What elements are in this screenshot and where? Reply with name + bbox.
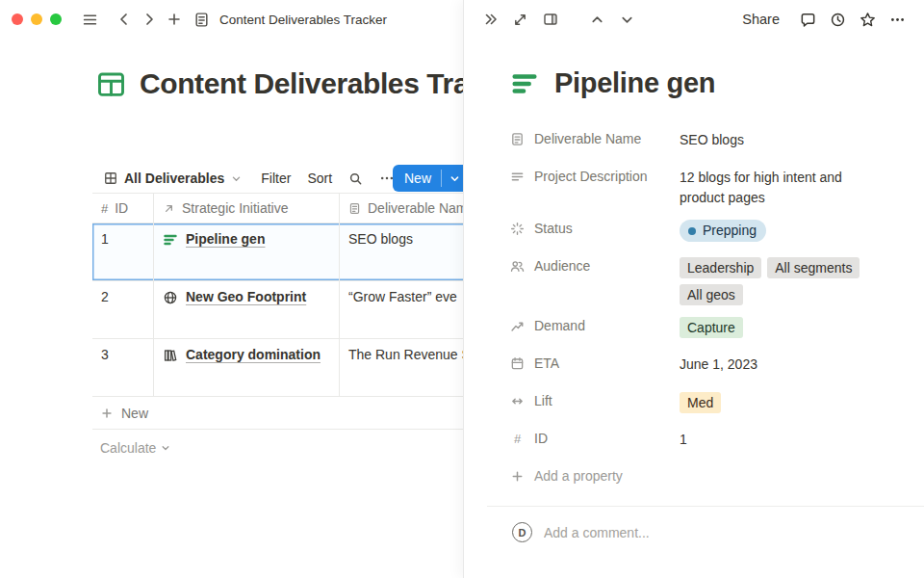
cell-initiative[interactable]: Pipeline gen: [153, 223, 340, 280]
record-title[interactable]: Pipeline gen: [554, 67, 715, 99]
comment-input[interactable]: [544, 525, 794, 540]
property-row-project-description: Project Description 12 blogs for high in…: [510, 160, 870, 212]
add-row-button[interactable]: New: [92, 397, 463, 430]
calculate-label: Calculate: [100, 440, 156, 456]
page-mention-link[interactable]: New Geo Footprint: [186, 289, 306, 305]
view-tab-all-deliverables[interactable]: All Deliverables: [104, 171, 242, 186]
calculate-button[interactable]: Calculate: [92, 440, 463, 456]
column-header-initiative[interactable]: Strategic Initiative: [153, 194, 340, 223]
column-header-id[interactable]: # ID: [92, 194, 153, 223]
table-row[interactable]: 1 Pipeline gen SEO blogs: [92, 223, 463, 281]
cell-deliverable[interactable]: “Grow Faster” eve: [340, 281, 463, 338]
double-chevron-close-icon[interactable]: [477, 7, 503, 33]
property-label[interactable]: ETA: [510, 351, 680, 376]
page-mention-link[interactable]: Category domination: [186, 347, 321, 363]
property-row-status: Status Prepping: [510, 212, 870, 250]
table-row[interactable]: 3 Category domination The Run Revenue S: [92, 339, 463, 397]
expand-full-page-icon[interactable]: [507, 7, 533, 33]
new-button-chevron-icon[interactable]: [442, 165, 463, 192]
back-icon[interactable]: [112, 7, 137, 32]
audience-tag[interactable]: All segments: [767, 257, 860, 278]
close-window-button[interactable]: [12, 13, 23, 25]
lift-tag[interactable]: Med: [680, 392, 721, 413]
page-icon[interactable]: [96, 69, 126, 99]
property-value[interactable]: SEO blogs: [680, 126, 870, 150]
property-label-text: Deliverable Name: [534, 131, 641, 146]
comments-icon[interactable]: [795, 7, 821, 33]
cell-deliverable[interactable]: The Run Revenue S: [340, 339, 463, 396]
cell-id[interactable]: 1: [92, 223, 153, 280]
audience-tag[interactable]: Leadership: [680, 257, 761, 278]
history-clock-icon[interactable]: [825, 7, 851, 33]
property-label-text: ETA: [534, 355, 559, 371]
status-badge-label: Prepping: [703, 221, 757, 241]
property-label[interactable]: Audience: [510, 253, 680, 278]
title-property-icon: [348, 202, 361, 215]
property-label[interactable]: Demand: [510, 313, 680, 338]
property-label[interactable]: Project Description: [510, 164, 680, 189]
column-header-deliverable[interactable]: Deliverable Name: [340, 194, 463, 223]
traffic-lights: [12, 13, 62, 25]
column-header-initiative-label: Strategic Initiative: [182, 200, 289, 216]
new-page-icon[interactable]: [162, 7, 187, 32]
demand-tag[interactable]: Capture: [680, 317, 743, 338]
green-bars-icon: [163, 231, 178, 248]
record-icon[interactable]: [510, 69, 539, 98]
property-value[interactable]: Leadership All segments All geos: [680, 253, 870, 305]
sidebar-menu-icon[interactable]: [77, 7, 102, 32]
next-record-icon[interactable]: [614, 7, 640, 33]
add-row-label: New: [121, 406, 148, 421]
status-badge[interactable]: Prepping: [680, 220, 766, 242]
breadcrumb-page-title[interactable]: Content Deliverables Tracker: [219, 13, 387, 27]
property-value[interactable]: 12 blogs for high intent and product pag…: [680, 164, 870, 208]
table-header-row: # ID Strategic Initiative Deliverable Na…: [92, 193, 463, 223]
favorite-star-icon[interactable]: [855, 7, 881, 33]
previous-record-icon[interactable]: [584, 7, 610, 33]
forward-icon[interactable]: [137, 7, 162, 32]
property-value[interactable]: Capture: [680, 313, 870, 338]
cell-id[interactable]: 3: [92, 339, 153, 396]
property-label[interactable]: Status: [510, 216, 680, 241]
cell-deliverable[interactable]: SEO blogs: [340, 223, 463, 280]
page-title: Content Deliverables Tracker: [140, 67, 463, 100]
plus-icon: [100, 407, 114, 420]
property-label[interactable]: Lift: [510, 388, 680, 413]
more-options-icon[interactable]: [885, 7, 911, 33]
add-property-label: Add a property: [534, 468, 623, 484]
cell-initiative[interactable]: Category domination: [153, 339, 340, 396]
sort-button[interactable]: Sort: [307, 171, 332, 186]
status-spinner-icon: [510, 222, 525, 236]
property-label-text: Lift: [534, 393, 552, 408]
filter-button[interactable]: Filter: [261, 171, 291, 186]
side-peek-toggle-icon[interactable]: [537, 7, 563, 33]
share-button[interactable]: Share: [742, 12, 780, 27]
property-value[interactable]: 1: [680, 426, 870, 450]
property-label-text: ID: [534, 431, 548, 446]
cell-id[interactable]: 2: [92, 281, 153, 338]
minimize-window-button[interactable]: [31, 13, 42, 25]
people-icon: [510, 259, 525, 274]
comment-composer: D: [510, 507, 870, 542]
calendar-icon: [510, 356, 525, 371]
new-record-button[interactable]: New: [393, 165, 463, 192]
table-row[interactable]: 2 New Geo Footprint “Grow Faster” eve: [92, 281, 463, 339]
cell-initiative[interactable]: New Geo Footprint: [153, 281, 340, 338]
property-label-text: Demand: [534, 318, 585, 333]
search-icon[interactable]: [348, 171, 363, 186]
peek-panel-body: Pipeline gen Deliverable Name SEO blogs …: [464, 39, 924, 542]
property-row-id: # ID 1: [510, 422, 870, 460]
property-value[interactable]: June 1, 2023: [680, 351, 870, 375]
property-label-text: Project Description: [534, 169, 648, 184]
hash-icon: #: [101, 201, 108, 216]
audience-tag[interactable]: All geos: [680, 284, 743, 305]
property-row-deliverable-name: Deliverable Name SEO blogs: [510, 122, 870, 160]
page-mention-link[interactable]: Pipeline gen: [186, 231, 265, 248]
property-label-text: Status: [534, 221, 573, 236]
property-label[interactable]: Deliverable Name: [510, 126, 680, 151]
relation-arrow-icon: [163, 202, 175, 215]
zoom-window-button[interactable]: [50, 13, 62, 25]
property-label[interactable]: # ID: [510, 426, 680, 451]
property-value[interactable]: Med: [680, 388, 870, 413]
add-property-button[interactable]: Add a property: [510, 460, 870, 492]
property-value[interactable]: Prepping: [680, 216, 870, 242]
